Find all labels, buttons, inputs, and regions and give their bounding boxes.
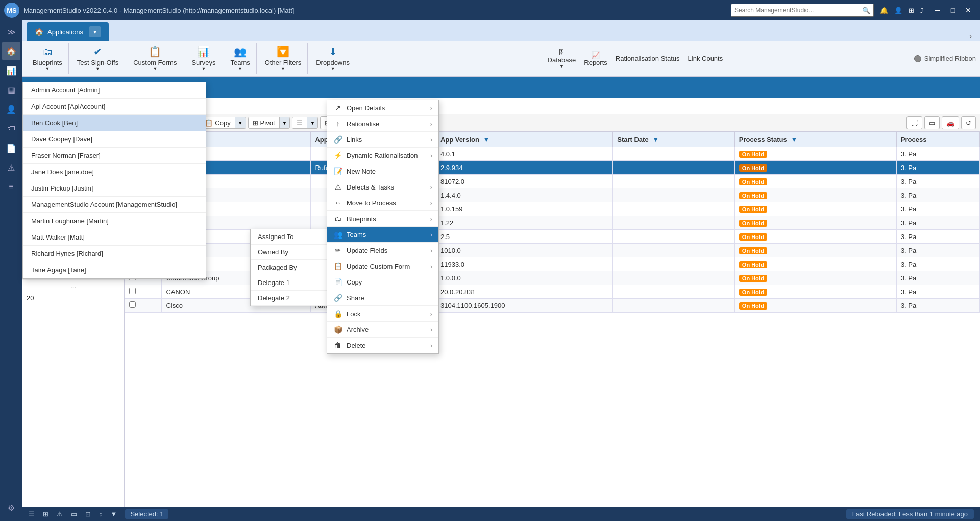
context-menu-item-rationalise[interactable]: ↑ Rationalise ›: [327, 116, 438, 132]
columns-button[interactable]: ▭: [924, 116, 940, 129]
tab-applications[interactable]: 🏠 Applications ▼: [27, 22, 109, 41]
account-item[interactable]: Fraser Norman [Fraser]: [23, 148, 206, 164]
sidebar-list[interactable]: ≡: [2, 178, 20, 196]
close-button[interactable]: ✕: [961, 3, 976, 18]
sidebar-tag[interactable]: 🏷: [2, 120, 20, 138]
fullscreen-button[interactable]: ⛶: [906, 116, 922, 129]
ribbon-blueprints-button[interactable]: 🗂 Blueprints ▼: [30, 45, 65, 73]
table-row[interactable]: 1.0.159 On Hold 3. Pa: [125, 202, 980, 216]
process-status-filter-icon[interactable]: ▼: [791, 136, 797, 144]
search-icon[interactable]: 🔍: [862, 7, 870, 14]
account-item[interactable]: Martin Loughnane [Martin]: [23, 213, 206, 229]
ribbon-dropdowns-button[interactable]: ⬇ Dropdowns ▼: [313, 44, 353, 73]
bottom-icon-1[interactable]: ☰: [29, 510, 35, 518]
context-menu[interactable]: ↗ Open Details ›↑ Rationalise ›🔗 Links ›…: [327, 100, 439, 354]
context-menu-item-move-to-process[interactable]: ↔ Move to Process ›: [327, 195, 438, 211]
context-menu-item-blueprints[interactable]: 🗂 Blueprints ›: [327, 211, 438, 227]
context-menu-item-delete[interactable]: 🗑 Delete ›: [327, 338, 438, 353]
account-item[interactable]: Taire Agaga [Taire]: [23, 262, 206, 278]
sidebar-home[interactable]: 🏠: [2, 42, 20, 60]
layout-icon[interactable]: ⊞: [909, 7, 914, 14]
col-process[interactable]: Process: [896, 132, 979, 147]
row-select[interactable]: [129, 301, 136, 308]
ribbon-teams-button[interactable]: 👥 Teams ▼: [227, 44, 253, 73]
table-row[interactable]: ALPS Setup 81072.0 On Hold 3. Pa: [125, 175, 980, 188]
row-select[interactable]: [129, 288, 136, 294]
process-more-button[interactable]: ...: [22, 280, 124, 292]
context-menu-item-teams[interactable]: 👥 Teams ›: [327, 227, 438, 243]
pivot-chevron[interactable]: ▼: [279, 117, 290, 128]
bottom-icon-3[interactable]: ⚠: [57, 510, 63, 518]
context-menu-item-lock[interactable]: 🔒 Lock ›: [327, 306, 438, 322]
col-process-status[interactable]: Process Status ▼: [734, 132, 896, 147]
minimize-button[interactable]: ─: [930, 3, 945, 18]
ribbon-custom-forms-button[interactable]: 📋 Custom Forms ▼: [130, 44, 180, 73]
context-menu-item-new-note[interactable]: 📝 New Note: [327, 163, 438, 179]
copy-split-button[interactable]: 📋 Copy ▼: [200, 117, 246, 129]
sidebar-users[interactable]: 👤: [2, 100, 20, 119]
bottom-icon-2[interactable]: ⊞: [43, 510, 48, 518]
account-item[interactable]: Dave Coopey [Dave]: [23, 131, 206, 148]
table-row[interactable]: 1.22 On Hold 3. Pa: [125, 216, 980, 230]
ribbon-reports-button[interactable]: 📈 Reports: [581, 50, 610, 67]
sidebar-document[interactable]: 📄: [2, 139, 20, 157]
account-item[interactable]: Api Account [ApiAccount]: [23, 99, 206, 115]
maximize-button[interactable]: □: [945, 3, 961, 18]
tab-scroll-right[interactable]: ›: [965, 32, 976, 41]
ribbon-link-counts-button[interactable]: Link Counts: [685, 54, 726, 63]
context-menu-item-copy[interactable]: 📄 Copy: [327, 274, 438, 290]
account-item[interactable]: ManagementStudio Account [ManagementStud…: [23, 197, 206, 213]
search-input[interactable]: [734, 7, 862, 14]
context-menu-item-open-details[interactable]: ↗ Open Details ›: [327, 100, 438, 116]
col-start-date[interactable]: Start Date ▼: [613, 132, 735, 147]
bottom-dropdown[interactable]: ▼: [111, 510, 117, 518]
sidebar-warning[interactable]: ⚠: [2, 158, 20, 177]
simplified-ribbon-toggle[interactable]: Simplified Ribbon: [914, 55, 976, 62]
account-item[interactable]: Richard Hynes [Richard]: [23, 246, 206, 262]
table-row[interactable]: 1.4.4.0 On Hold 3. Pa: [125, 188, 980, 202]
app-version-filter-icon[interactable]: ▼: [483, 136, 489, 144]
context-menu-item-update-custom-form[interactable]: 📋 Update Custom Form ›: [327, 258, 438, 274]
signout-icon[interactable]: ⤴: [920, 7, 924, 14]
ribbon-surveys-button[interactable]: 📊 Surveys ▼: [188, 44, 218, 73]
bottom-icon-4[interactable]: ▭: [71, 510, 77, 518]
context-menu-item-update-fields[interactable]: ✏ Update Fields ›: [327, 243, 438, 258]
context-menu-item-share[interactable]: 🔗 Share: [327, 290, 438, 306]
bell-icon[interactable]: 🔔: [880, 7, 888, 14]
sidebar-settings[interactable]: ⚙: [2, 499, 20, 517]
list-view-main[interactable]: ☰: [292, 117, 307, 128]
export-button[interactable]: 🚗: [942, 116, 959, 129]
bottom-icon-5[interactable]: ⊡: [85, 510, 91, 518]
start-date-filter-icon[interactable]: ▼: [652, 136, 659, 144]
account-item[interactable]: Matt Walker [Matt]: [23, 229, 206, 246]
row-checkbox[interactable]: [125, 299, 162, 313]
ribbon-test-signoffs-button[interactable]: ✔ Test Sign-Offs ▼: [74, 44, 121, 73]
sidebar-chart[interactable]: 📊: [2, 61, 20, 80]
refresh-button[interactable]: ↺: [961, 116, 976, 129]
tab-expand-button[interactable]: ▼: [89, 26, 101, 37]
table-row[interactable]: Consulting Rufus 2.9.934 On Hold 3. Pa: [125, 161, 980, 175]
list-view-button[interactable]: ☰ ▼: [292, 117, 318, 129]
sidebar-expand[interactable]: ≫: [2, 22, 20, 41]
table-row[interactable]: CEP Service 4.0.1 On Hold 3. Pa: [125, 147, 980, 161]
account-dropdown[interactable]: Admin Account [Admin]Api Account [ApiAcc…: [22, 82, 206, 279]
account-item[interactable]: Ben Cook [Ben]: [23, 115, 206, 131]
account-item[interactable]: Admin Account [Admin]: [23, 82, 206, 99]
ribbon-rationalisation-status-button[interactable]: Rationalisation Status: [612, 54, 683, 63]
copy-chevron[interactable]: ▼: [235, 117, 246, 128]
ribbon-other-filters-button[interactable]: 🔽 Other Filters ▼: [262, 44, 305, 73]
global-search[interactable]: 🔍: [731, 4, 874, 17]
sidebar-grid[interactable]: ▦: [2, 81, 20, 99]
context-menu-item-archive[interactable]: 📦 Archive ›: [327, 322, 438, 338]
account-item[interactable]: Justin Pickup [Justin]: [23, 180, 206, 197]
bottom-icon-6[interactable]: ↕: [99, 510, 103, 518]
list-view-chevron[interactable]: ▼: [307, 117, 317, 128]
context-menu-item-defects---tasks[interactable]: ⚠ Defects & Tasks ›: [327, 179, 438, 195]
pivot-main[interactable]: ⊞ Pivot: [249, 117, 279, 128]
ribbon-database-button[interactable]: 🗄 Database ▼: [545, 48, 579, 70]
col-app-version[interactable]: App Version ▼: [436, 132, 612, 147]
user-icon[interactable]: 👤: [894, 7, 902, 14]
context-menu-item-links[interactable]: 🔗 Links ›: [327, 132, 438, 148]
pivot-split-button[interactable]: ⊞ Pivot ▼: [248, 117, 290, 129]
account-item[interactable]: Jane Does [jane.doe]: [23, 164, 206, 180]
